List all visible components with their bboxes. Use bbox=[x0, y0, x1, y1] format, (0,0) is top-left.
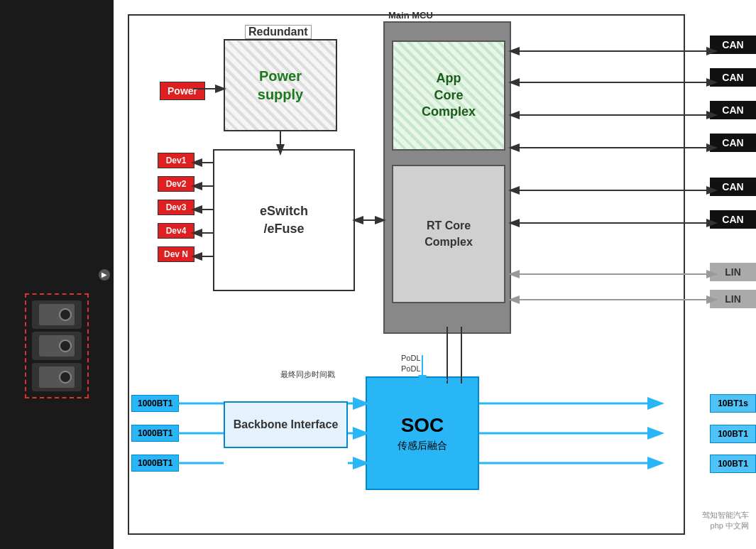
can-button-3: CAN bbox=[710, 101, 756, 119]
can-button-5: CAN bbox=[710, 178, 756, 196]
eswitch-text: eSwitch/eFuse bbox=[260, 202, 308, 238]
can-button-2: CAN bbox=[710, 68, 756, 87]
bt1-left-3: 1000BT1 bbox=[131, 455, 179, 472]
diagram-area: Main MCU AppCoreComplex RT CoreComplex e… bbox=[114, 0, 756, 549]
rt-core-text: RT CoreComplex bbox=[424, 218, 473, 250]
dev1-button: Dev1 bbox=[158, 153, 195, 168]
left-sidebar: ▶ bbox=[0, 0, 114, 549]
power-supply-box: Powersupply bbox=[224, 39, 337, 131]
camera-3 bbox=[32, 363, 82, 391]
podl-label-2: PoDL bbox=[401, 364, 421, 373]
dev3-button: Dev3 bbox=[158, 200, 195, 215]
backbone-label-text: Backbone Interface bbox=[234, 418, 339, 430]
podl-label-1: PoDL bbox=[401, 354, 421, 362]
power-supply-text: Powersupply bbox=[258, 67, 303, 104]
camera-2 bbox=[32, 332, 82, 360]
power-button: Power bbox=[160, 82, 205, 100]
nav-arrow[interactable]: ▶ bbox=[99, 269, 110, 281]
bt1-left-2: 1000BT1 bbox=[131, 425, 179, 442]
can-button-6: CAN bbox=[710, 210, 756, 229]
soc-box: SOC 传感后融合 bbox=[366, 376, 479, 490]
app-core-complex: AppCoreComplex bbox=[392, 40, 505, 151]
soc-text: SOC bbox=[401, 414, 444, 437]
eswitch-box: eSwitch/eFuse bbox=[213, 149, 355, 291]
dev4-button: Dev4 bbox=[158, 223, 195, 239]
eth-10bt1s: 10BT1s bbox=[710, 394, 756, 413]
bt1-left-1: 1000BT1 bbox=[131, 395, 179, 412]
devn-button: Dev N bbox=[158, 246, 195, 262]
lin-button-2: LIN bbox=[710, 290, 756, 308]
main-mcu-box: Main MCU AppCoreComplex RT CoreComplex bbox=[383, 21, 511, 334]
redundant-label: Redundant bbox=[245, 25, 312, 39]
camera-1 bbox=[32, 300, 82, 329]
main-mcu-label: Main MCU bbox=[388, 10, 433, 21]
sync-label: 最终同步时间戳 bbox=[280, 369, 335, 380]
lin-button-1: LIN bbox=[710, 263, 756, 281]
app-core-text: AppCoreComplex bbox=[422, 70, 476, 120]
watermark: 驾知智能汽车php 中文网 bbox=[702, 510, 749, 531]
rt-core-complex: RT CoreComplex bbox=[392, 165, 505, 303]
eth-100bt1-1: 100BT1 bbox=[710, 425, 756, 443]
can-button-4: CAN bbox=[710, 134, 756, 152]
camera-group bbox=[25, 293, 89, 398]
soc-subtext: 传感后融合 bbox=[398, 440, 447, 452]
dev2-button: Dev2 bbox=[158, 176, 195, 192]
eth-100bt1-2: 100BT1 bbox=[710, 455, 756, 473]
watermark-text: 驾知智能汽车php 中文网 bbox=[702, 511, 749, 530]
can-button-1: CAN bbox=[710, 36, 756, 54]
backbone-interface: Backbone Interface bbox=[224, 401, 348, 448]
